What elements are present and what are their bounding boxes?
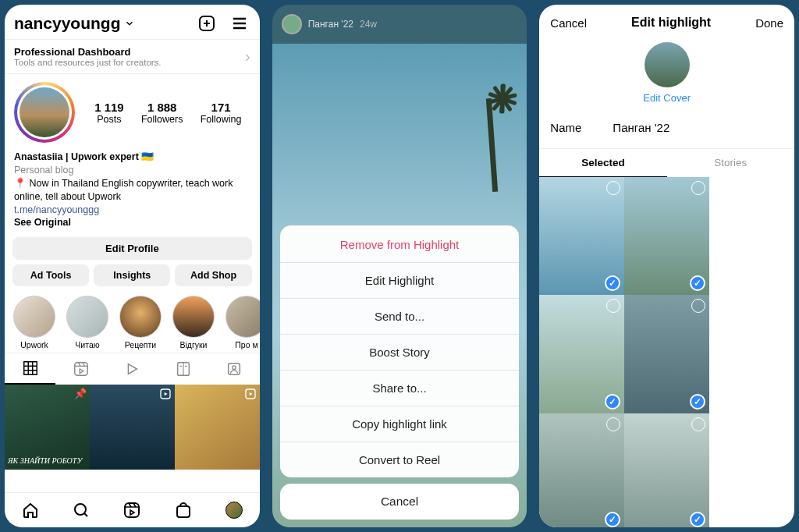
highlight-item[interactable]: Про м (223, 296, 260, 349)
check-icon: ✓ (605, 512, 620, 527)
edit-highlight-button[interactable]: Edit Highlight (280, 262, 520, 298)
cover-section: Edit Cover (539, 36, 794, 113)
tab-video[interactable] (107, 353, 158, 385)
dashboard-title: Professional Dashboard (14, 46, 245, 58)
tab-reels[interactable] (55, 353, 106, 385)
post-caption: ЯК ЗНАЙТИ РОБОТУ (8, 456, 82, 465)
chevron-right-icon (245, 48, 250, 66)
tab-grid[interactable] (5, 353, 55, 385)
post-thumbnail[interactable] (90, 385, 175, 470)
copy-link-button[interactable]: Copy highlight link (280, 406, 520, 442)
svg-rect-8 (125, 503, 139, 517)
grid-icon (22, 360, 39, 377)
tab-tagged[interactable] (208, 353, 259, 385)
story-age: 24w (360, 19, 377, 30)
reels-badge-icon (159, 388, 172, 400)
see-original-link[interactable]: See Original (14, 216, 250, 229)
edit-highlight-screen: Cancel Edit highlight Done Edit Cover Na… (539, 5, 794, 527)
convert-to-reel-button[interactable]: Convert to Reel (280, 442, 520, 477)
followers-stat[interactable]: 1 888 Followers (141, 101, 183, 125)
nav-reels[interactable] (107, 493, 158, 527)
cover-image[interactable] (645, 42, 690, 87)
search-icon (72, 501, 91, 520)
select-ring-icon (606, 417, 620, 431)
name-input[interactable]: Панган '22 (613, 121, 669, 134)
bio-text: 📍 Now in Thailand English copywriter, te… (14, 177, 250, 204)
done-link[interactable]: Done (755, 16, 783, 30)
edit-profile-button[interactable]: Edit Profile (12, 237, 252, 260)
name-row: Name Панган '22 (539, 113, 794, 149)
highlight-item[interactable]: Upwork (11, 296, 58, 349)
check-icon: ✓ (605, 394, 620, 410)
menu-button[interactable] (229, 12, 250, 34)
select-ring-icon (691, 417, 705, 431)
edit-highlight-header: Cancel Edit highlight Done (539, 5, 794, 36)
story-thumbnail[interactable]: ✓ (539, 295, 624, 413)
create-button[interactable] (196, 12, 218, 34)
hamburger-icon (230, 14, 249, 33)
tab-guides[interactable] (158, 353, 208, 385)
guides-icon (175, 360, 192, 378)
add-shop-button[interactable]: Add Shop (175, 264, 251, 286)
story-thumbnail[interactable]: ✓ (624, 295, 709, 413)
check-icon: ✓ (690, 275, 705, 291)
tab-stories[interactable]: Stories (667, 149, 794, 177)
nav-home[interactable] (5, 493, 55, 527)
story-thumbnail[interactable]: ✓ (539, 413, 624, 528)
tagged-icon (225, 360, 243, 378)
check-icon: ✓ (690, 394, 705, 410)
svg-point-4 (233, 366, 236, 369)
highlights-row[interactable]: Upwork Читаю Рецепти Відгуки Про м (5, 289, 260, 353)
story-thumbnail[interactable]: ✓ (624, 413, 709, 528)
bio-category: Personal blog (14, 164, 250, 177)
edit-cover-link[interactable]: Edit Cover (643, 92, 691, 104)
bio-link[interactable]: t.me/nancyyounggg (14, 204, 250, 217)
story-photo[interactable]: Remove from Highlight Edit Highlight Sen… (272, 44, 527, 527)
story-avatar-icon[interactable] (282, 14, 302, 34)
following-stat[interactable]: 171 Following (201, 101, 242, 125)
cancel-link[interactable]: Cancel (550, 16, 587, 30)
content-tabs: Selected Stories (539, 149, 794, 177)
remove-from-highlight-button[interactable]: Remove from Highlight (280, 225, 520, 262)
highlight-item[interactable]: Відгуки (170, 296, 217, 349)
profile-stats-row: 1 119 Posts 1 888 Followers 171 Followin… (5, 74, 260, 151)
ad-tools-button[interactable]: Ad Tools (12, 264, 89, 286)
username-dropdown[interactable]: nancyyoungg (14, 14, 135, 33)
story-thumbnail[interactable]: ✓ (624, 177, 709, 295)
cancel-button[interactable]: Cancel (280, 484, 520, 520)
highlight-item[interactable]: Читаю (64, 296, 111, 349)
select-ring-icon (606, 181, 620, 195)
posts-stat[interactable]: 1 119 Posts (94, 101, 124, 125)
story-screen: Панган '22 24w Remove from Highlight Edi… (272, 5, 527, 527)
home-icon (21, 501, 40, 520)
profile-avatar[interactable] (14, 82, 75, 143)
reels-icon (73, 360, 90, 378)
story-header: Панган '22 24w (272, 5, 527, 44)
share-to-button[interactable]: Share to... (280, 370, 520, 406)
tab-selected[interactable]: Selected (539, 149, 666, 177)
story-title[interactable]: Панган '22 (308, 19, 353, 30)
check-icon: ✓ (605, 275, 620, 291)
username: nancyyoungg (14, 14, 121, 33)
story-thumbnail[interactable]: ✓ (539, 177, 624, 295)
profile-header: nancyyoungg (5, 5, 260, 39)
select-ring-icon (606, 299, 620, 313)
insights-button[interactable]: Insights (94, 264, 170, 286)
post-thumbnail[interactable] (175, 385, 260, 470)
chevron-down-icon (124, 18, 135, 29)
plus-square-icon (197, 14, 216, 33)
nav-profile[interactable] (208, 493, 259, 527)
bio-name: Anastasiia | Upwork expert 🇺🇦 (14, 151, 250, 164)
bottom-nav (5, 492, 260, 527)
page-title: Edit highlight (631, 16, 711, 30)
highlight-item[interactable]: Рецепти (117, 296, 164, 349)
professional-dashboard-row[interactable]: Professional Dashboard Tools and resourc… (5, 39, 260, 74)
nav-search[interactable] (55, 493, 106, 527)
profile-feed-tabs (5, 353, 260, 385)
boost-story-button[interactable]: Boost Story (280, 334, 520, 370)
select-ring-icon (691, 299, 705, 313)
post-thumbnail[interactable]: 📌 ЯК ЗНАЙТИ РОБОТУ (5, 385, 90, 470)
send-to-button[interactable]: Send to... (280, 298, 520, 334)
dashboard-subtitle: Tools and resources just for creators. (14, 58, 245, 67)
nav-shop[interactable] (158, 493, 208, 527)
